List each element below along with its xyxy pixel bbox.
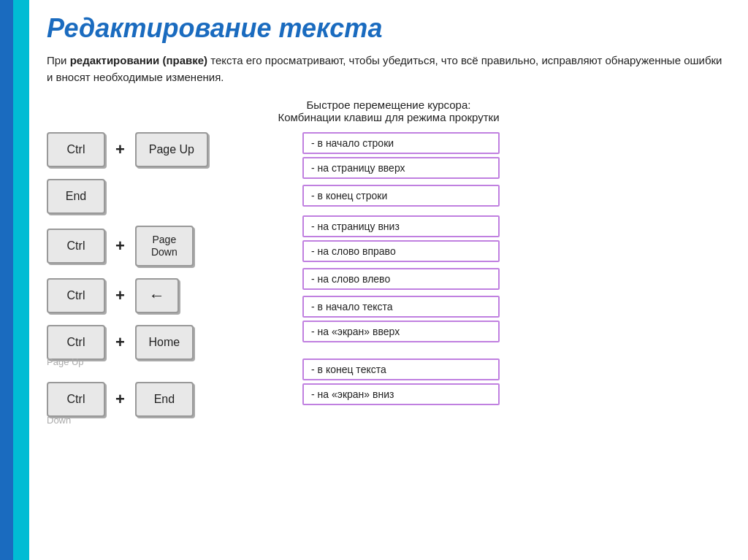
key-ctrl-4: Ctrl bbox=[47, 325, 105, 360]
key-ctrl-5: Ctrl bbox=[47, 382, 105, 417]
key-row-3: Ctrl + PageDown bbox=[47, 223, 280, 269]
key-ctrl-3: Ctrl bbox=[47, 278, 105, 313]
behind-down-label: Down bbox=[47, 415, 71, 426]
behind-pageup-label: Page Up bbox=[47, 356, 84, 367]
key-row-6-wrapper: Ctrl + End Down bbox=[47, 379, 280, 420]
key-row-6: Ctrl + End bbox=[47, 379, 280, 420]
key-ctrl-2: Ctrl bbox=[47, 229, 105, 264]
left-bar bbox=[0, 0, 13, 560]
key-pageup: Page Up bbox=[135, 132, 208, 167]
desc-page-up: - на страницу вверх bbox=[302, 157, 500, 179]
desc-page-down: - на страницу вниз bbox=[302, 215, 500, 237]
desc-screen-down: - на «экран» вниз bbox=[302, 383, 500, 405]
plus-2: + bbox=[112, 237, 128, 256]
main-content: Редактирование текста При редактировании… bbox=[29, 0, 748, 560]
desc-group-5: - в начало текста - на «экран» вверх bbox=[302, 296, 730, 342]
desc-group-2: - в конец строки bbox=[302, 185, 730, 207]
desc-group-1: - в начало строки - на страницу вверх bbox=[302, 132, 730, 179]
intro-text: При редактировании (правке) текста его п… bbox=[47, 53, 730, 85]
plus-5: + bbox=[112, 390, 128, 409]
keyboard-section: Ctrl + Page Up End Ctrl + PageDown Ctrl … bbox=[47, 129, 730, 420]
descriptions-column: - в начало строки - на страницу вверх - … bbox=[302, 129, 730, 420]
desc-start-of-line: - в начало строки bbox=[302, 132, 500, 154]
accent-bar bbox=[13, 0, 29, 560]
fast-move-label: Быстрое перемещение курсора: bbox=[307, 99, 471, 111]
desc-group-4: - на слово влево bbox=[302, 268, 730, 290]
page-title: Редактирование текста bbox=[47, 13, 730, 44]
key-row-5-wrapper: Ctrl + Home Page Up bbox=[47, 322, 280, 363]
desc-start-of-text: - в начало текста bbox=[302, 296, 500, 318]
section-headers: Быстрое перемещение курсора: Комбинации … bbox=[47, 99, 730, 123]
desc-end-of-line: - в конец строки bbox=[302, 185, 500, 207]
intro-bold: редактировании (правке) bbox=[70, 54, 207, 66]
desc-group-6: - в конец текста - на «экран» вниз bbox=[302, 358, 730, 405]
scroll-mode-label: Комбинации клавиш для режима прокрутки bbox=[278, 111, 499, 123]
key-arrow-left: ← bbox=[135, 278, 179, 313]
intro-before-bold: При bbox=[47, 54, 70, 66]
key-pagedown: PageDown bbox=[135, 226, 194, 266]
keys-column: Ctrl + Page Up End Ctrl + PageDown Ctrl … bbox=[47, 129, 280, 420]
key-row-2: End bbox=[47, 176, 280, 217]
desc-group-3: - на страницу вниз - на слово вправо bbox=[302, 215, 730, 262]
desc-screen-up: - на «экран» вверх bbox=[302, 321, 500, 342]
plus-4: + bbox=[112, 333, 128, 352]
key-end-2: End bbox=[135, 382, 194, 417]
desc-end-of-text: - в конец текста bbox=[302, 358, 500, 380]
plus-1: + bbox=[112, 140, 128, 159]
plus-3: + bbox=[112, 286, 128, 305]
key-end-1: End bbox=[47, 179, 105, 214]
desc-word-left: - на слово влево bbox=[302, 268, 500, 290]
key-row-1: Ctrl + Page Up bbox=[47, 129, 280, 170]
desc-word-right: - на слово вправо bbox=[302, 240, 500, 262]
key-row-4: Ctrl + ← bbox=[47, 275, 280, 316]
key-home: Home bbox=[135, 325, 194, 360]
key-ctrl-1: Ctrl bbox=[47, 132, 105, 167]
